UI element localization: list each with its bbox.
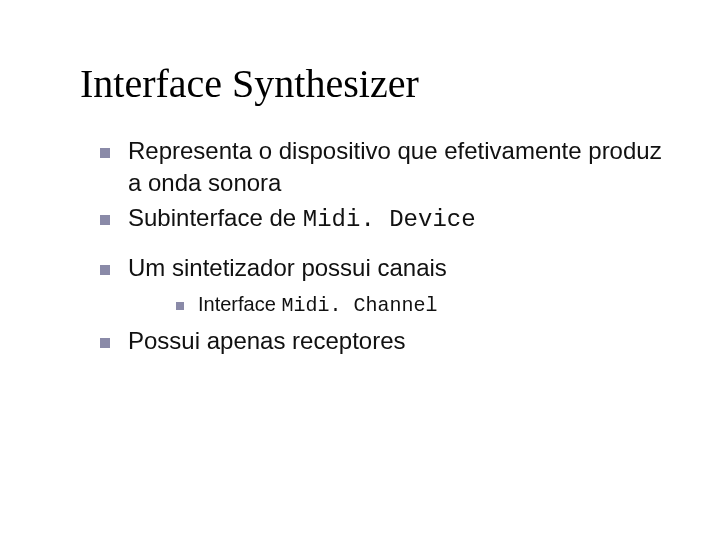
bullet-list: Representa o dispositivo que efetivament… — [100, 135, 680, 236]
code-text: Midi. Channel — [281, 294, 437, 317]
slide: Interface Synthesizer Representa o dispo… — [0, 0, 720, 540]
bullet-list: Um sintetizador possui canais Interface … — [100, 252, 680, 357]
bullet-item: Um sintetizador possui canais Interface … — [100, 252, 680, 318]
spacer — [80, 238, 680, 252]
bullet-text: Subinterface de — [128, 204, 303, 231]
sub-bullet-item: Interface Midi. Channel — [176, 291, 680, 319]
sub-bullet-list: Interface Midi. Channel — [176, 291, 680, 319]
code-text: Midi. Device — [303, 206, 476, 233]
bullet-item: Possui apenas receptores — [100, 325, 680, 357]
slide-title: Interface Synthesizer — [80, 60, 680, 107]
bullet-text: Um sintetizador possui canais — [128, 254, 447, 281]
bullet-item: Representa o dispositivo que efetivament… — [100, 135, 680, 200]
bullet-text: Representa o dispositivo que efetivament… — [128, 137, 662, 196]
bullet-item: Subinterface de Midi. Device — [100, 202, 680, 236]
bullet-text: Possui apenas receptores — [128, 327, 406, 354]
bullet-text: Interface — [198, 293, 281, 315]
